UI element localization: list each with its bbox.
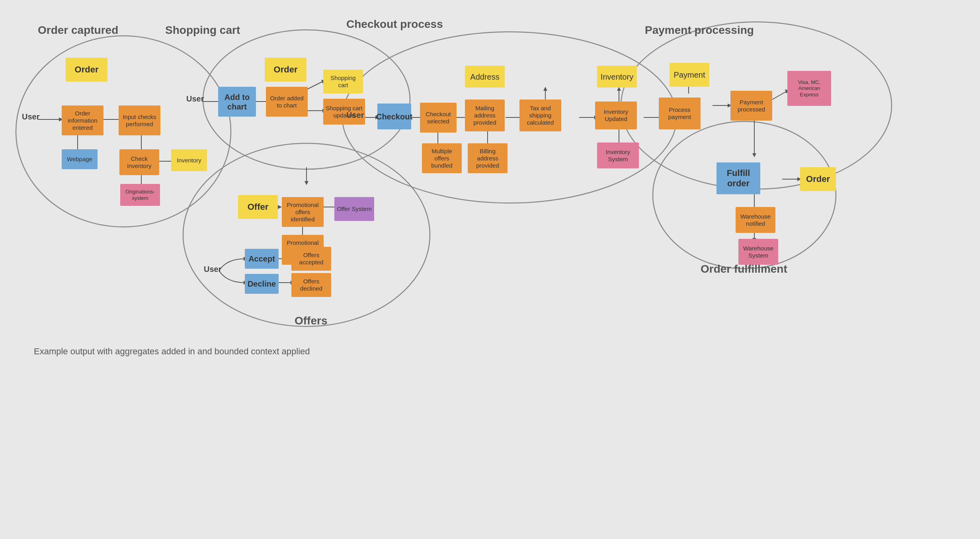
cp-inventory-updated-sticky: Inventory Updated xyxy=(595,102,637,129)
cp-tax-shipping-sticky: Tax and shipping calculated xyxy=(519,100,561,131)
off-accept-sticky: Accept xyxy=(245,249,279,269)
cp-checkout-selected-sticky: Checkout selected xyxy=(420,103,457,133)
oc-check-inventory-sticky: Check inventory xyxy=(119,149,159,175)
oc-order-info-sticky: Order information entered xyxy=(62,105,103,135)
cp-mailing-address-sticky: Mailing address provided xyxy=(465,100,505,131)
sc-shopping-cart-top-sticky: Shopping cart xyxy=(323,70,363,94)
off-offers-accepted-sticky: Offers accepted xyxy=(291,247,331,271)
oc-order-sticky: Order xyxy=(66,58,107,82)
payment-processing-label: Payment processing xyxy=(645,24,754,37)
sc-order-added-sticky: Order added to chart xyxy=(266,87,308,117)
svg-line-22 xyxy=(306,82,322,90)
cp-user-label: User xyxy=(346,111,364,120)
cp-billing-address-sticky: Billing address provided xyxy=(468,143,508,173)
of-warehouse-notified-sticky: Warehouse notified xyxy=(736,207,775,233)
pp-payment-processed-sticky: Payment processed xyxy=(730,91,772,121)
sc-add-to-cart-sticky: Add to chart xyxy=(218,87,256,117)
off-offer-sticky: Offer xyxy=(238,195,278,219)
svg-marker-53 xyxy=(543,87,547,91)
off-promo-identified-sticky: Promotional offers identified xyxy=(282,197,324,227)
off-decline-sticky: Decline xyxy=(245,274,279,294)
svg-marker-29 xyxy=(278,205,282,209)
oc-inventory-sticky: Inventory xyxy=(171,149,207,171)
svg-marker-71 xyxy=(752,153,756,157)
diagram-container: Order captured Shopping cart Checkout pr… xyxy=(0,0,980,539)
sc-user-label: User xyxy=(186,94,204,104)
of-warehouse-system-sticky: Warehouse System xyxy=(738,239,778,265)
cp-inventory-sticky: Inventory xyxy=(597,66,637,88)
offers-label: Offers xyxy=(295,314,327,327)
shopping-cart-label: Shopping cart xyxy=(165,24,240,37)
svg-marker-27 xyxy=(305,181,308,185)
pp-payment-sticky: Payment xyxy=(670,63,709,87)
off-user-label: User xyxy=(204,265,221,274)
oc-user-label: User xyxy=(22,112,39,121)
cp-process-payment-sticky: Process payment xyxy=(659,98,701,129)
cp-address-sticky: Address xyxy=(465,66,505,88)
cp-multiple-offers-sticky: Multiple offers bundled xyxy=(422,143,462,173)
of-order-sticky: Order xyxy=(800,167,836,191)
order-captured-label: Order captured xyxy=(38,24,118,37)
sc-order-sticky: Order xyxy=(265,58,306,82)
caption-text: Example output with aggregates added in … xyxy=(34,346,310,357)
pp-visa-mc-sticky: Visa, MC, American Express xyxy=(787,71,831,106)
cp-inventory-system-sticky: Inventory System xyxy=(597,143,639,168)
oc-input-checks-sticky: Input checks performed xyxy=(119,105,160,135)
of-fulfill-order-sticky: Fulfill order xyxy=(716,162,760,194)
oc-webpage-sticky: Webpage xyxy=(62,149,98,169)
oc-originations-sticky: Originations-system xyxy=(120,184,160,206)
off-offer-system-sticky: Offer System xyxy=(334,197,374,221)
off-offers-declined-sticky: Offers declined xyxy=(291,273,331,297)
checkout-process-label: Checkout process xyxy=(346,18,443,31)
svg-line-68 xyxy=(772,92,786,100)
cp-checkout-sticky: Checkout xyxy=(377,104,411,129)
